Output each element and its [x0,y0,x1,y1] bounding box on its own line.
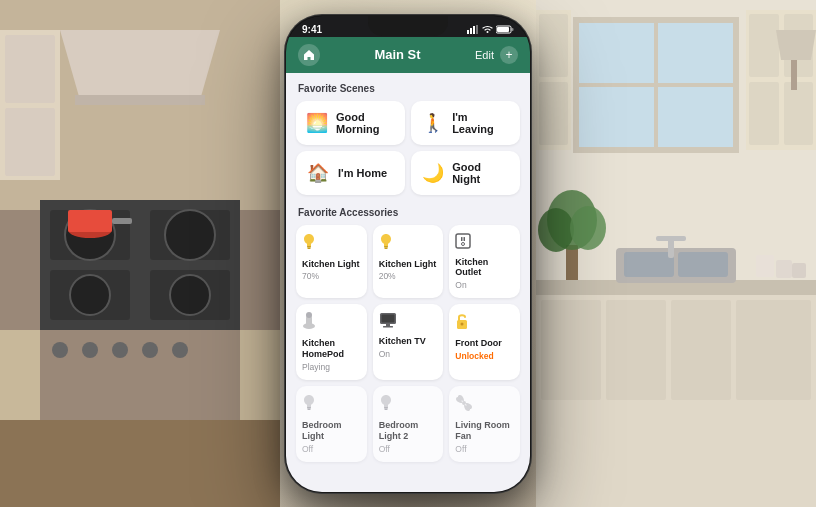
app-header: Main St Edit + [286,37,530,73]
fan-svg [455,394,473,412]
scenes-grid: 🌅 Good Morning 🚶 I'm Leaving 🏠 I'm Home [296,101,520,195]
accessory-living-room-fan[interactable]: Living Room Fan Off [449,386,520,462]
svg-point-20 [172,342,188,358]
scene-im-leaving-icon: 🚶 [421,112,444,134]
svg-rect-53 [792,263,806,278]
tv-svg [379,312,397,328]
scene-im-home[interactable]: 🏠 I'm Home [296,151,405,195]
acc-status-kitchen-outlet: On [455,280,514,290]
svg-rect-43 [606,300,666,400]
svg-point-17 [82,342,98,358]
lightbulb-off-icon-2 [379,394,393,412]
bulb-on-icon-1 [302,233,361,255]
svg-rect-26 [112,218,132,224]
svg-rect-62 [473,26,475,34]
signal-icon [467,25,479,34]
svg-rect-69 [384,246,388,248]
app-screen: 9:41 [286,16,530,492]
acc-name-bedroom-light-2: Bedroom Light 2 [379,420,438,442]
svg-rect-63 [476,25,478,34]
svg-rect-6 [5,108,55,176]
phone-body: 9:41 [284,14,532,494]
svg-rect-5 [5,35,55,103]
accessory-bedroom-light[interactable]: Bedroom Light Off [296,386,367,462]
scene-im-leaving-label: I'm Leaving [452,111,510,135]
home-icon-button[interactable] [298,44,320,66]
lock-unlocked-icon [455,312,514,334]
homepod-icon [302,312,361,334]
accessories-section-title: Favorite Accessories [298,207,520,218]
svg-point-57 [570,206,606,250]
fan-icon [455,394,514,416]
svg-point-56 [538,208,574,252]
accessory-kitchen-tv[interactable]: Kitchen TV On [373,304,444,380]
scene-good-morning[interactable]: 🌅 Good Morning [296,101,405,145]
accessory-kitchen-homepod[interactable]: Kitchen HomePod Playing [296,304,367,380]
svg-rect-68 [308,247,311,249]
lightbulb-icon [379,233,393,251]
acc-name-kitchen-outlet: Kitchen Outlet [455,257,514,279]
svg-marker-59 [776,30,816,60]
acc-name-kitchen-light-2: Kitchen Light [379,259,438,270]
kitchen-background-left [0,0,280,507]
acc-name-front-door: Front Door [455,338,514,349]
svg-point-13 [165,210,215,260]
svg-point-88 [462,401,466,405]
bulb-off-icon-1 [302,394,361,416]
svg-rect-72 [461,237,463,241]
accessory-kitchen-light-1[interactable]: Kitchen Light 70% [296,225,367,299]
scene-im-leaving[interactable]: 🚶 I'm Leaving [411,101,520,145]
outlet-svg [455,233,471,249]
accessory-kitchen-light-2[interactable]: Kitchen Light 20% [373,225,444,299]
scene-good-night[interactable]: 🌙 Good Night [411,151,520,195]
acc-status-bedroom-light-2: Off [379,444,438,454]
svg-rect-85 [308,409,311,411]
svg-point-16 [52,342,68,358]
bulb-off-icon-2 [379,394,438,416]
acc-name-living-room-fan: Living Room Fan [455,420,514,442]
accessory-front-door[interactable]: Front Door Unlocked [449,304,520,380]
svg-rect-81 [383,326,393,328]
svg-point-15 [170,275,210,315]
svg-rect-86 [384,407,388,409]
svg-rect-84 [307,407,311,409]
outlet-icon [455,233,514,253]
scene-im-home-icon: 🏠 [306,162,330,184]
accessories-grid: Kitchen Light 70% [296,225,520,462]
svg-rect-52 [776,260,792,278]
svg-rect-67 [307,246,311,248]
svg-rect-70 [384,247,387,249]
acc-status-living-room-fan: Off [455,444,514,454]
accessory-bedroom-light-2[interactable]: Bedroom Light 2 Off [373,386,444,462]
lightbulb-icon [302,233,316,251]
battery-icon [496,25,514,34]
svg-rect-39 [784,82,813,145]
header-title: Main St [374,47,420,62]
acc-status-bedroom-light: Off [302,444,361,454]
svg-rect-47 [624,252,674,277]
svg-rect-48 [678,252,728,277]
scene-good-night-icon: 🌙 [421,162,444,184]
acc-status-kitchen-tv: On [379,349,438,359]
home-icon [303,49,315,61]
acc-name-kitchen-light-1: Kitchen Light [302,259,361,270]
svg-rect-25 [68,210,112,232]
acc-status-kitchen-light-1: 70% [302,271,361,281]
svg-rect-73 [464,237,466,241]
svg-rect-65 [497,27,509,32]
main-content: Favorite Scenes 🌅 Good Morning 🚶 I'm Lea… [286,73,530,492]
svg-rect-51 [756,255,774,277]
accessory-kitchen-outlet[interactable]: Kitchen Outlet On [449,225,520,299]
svg-rect-80 [386,324,390,326]
svg-point-83 [461,323,464,326]
svg-point-14 [70,275,110,315]
svg-point-18 [112,342,128,358]
edit-button[interactable]: Edit [475,49,494,61]
add-button[interactable]: + [500,46,518,64]
notch [368,16,448,36]
scene-good-morning-label: Good Morning [336,111,395,135]
svg-rect-44 [671,300,731,400]
svg-point-77 [306,312,312,318]
lightbulb-off-icon [302,394,316,412]
svg-marker-2 [60,30,220,100]
